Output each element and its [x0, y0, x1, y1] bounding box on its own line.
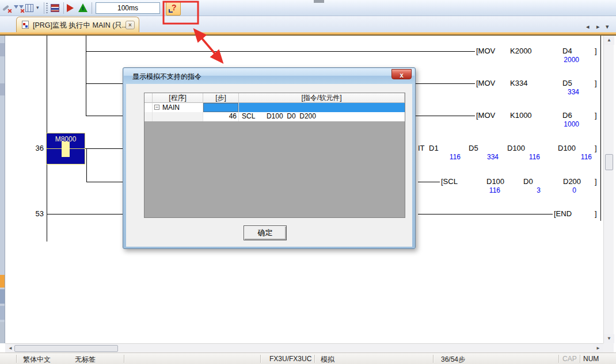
toolbar-overflow-icon[interactable]: ▾ — [36, 5, 39, 10]
ladder-branch-line — [86, 36, 86, 116]
dialog-close-button[interactable]: x — [391, 69, 412, 79]
instruction-opcode[interactable]: [MOV — [475, 47, 496, 55]
dock-segment[interactable] — [0, 322, 5, 343]
status-separator — [16, 355, 17, 363]
step-cell[interactable]: 46 — [203, 112, 239, 121]
tab-nav-left-icon[interactable]: ◂ — [586, 23, 590, 30]
toolbar-separator — [92, 2, 92, 14]
show-unsupported-instructions-button[interactable]: ? — [166, 2, 181, 16]
step-warning-icon[interactable] — [78, 3, 89, 13]
instruction-operand[interactable]: D5 — [467, 144, 480, 152]
instruction-operand[interactable]: K2000 — [509, 47, 533, 55]
selected-step-cell[interactable] — [203, 103, 239, 112]
monitor-value: 0 — [551, 186, 576, 194]
instruction-cell[interactable]: SCL D100 D0 D200 — [239, 112, 405, 121]
dialog-titlebar[interactable]: 显示模拟不支持的指令 — [124, 68, 415, 84]
monitor-value: 2000 — [554, 56, 579, 64]
instruction-bracket: ] — [594, 177, 598, 186]
instruction-opcode-partial[interactable]: IT — [417, 144, 426, 152]
tab-nav-right-icon[interactable]: ▸ — [596, 23, 600, 30]
header-instruction[interactable]: [指令/软元件] — [239, 93, 405, 103]
program-cell[interactable]: − MAIN — [153, 103, 203, 112]
status-separator — [260, 355, 261, 363]
list-header-row: [程序] [步] [指令/软元件] — [145, 93, 405, 103]
instruction-operand[interactable]: D4 — [561, 47, 573, 55]
status-caps-lock: CAP — [562, 355, 577, 363]
instruction-operand[interactable]: K334 — [509, 79, 528, 87]
ladder-wire — [418, 182, 441, 182]
instruction-bracket: ] — [594, 144, 598, 152]
vertical-scroll-thumb[interactable] — [605, 154, 613, 170]
status-label-state: 无标签 — [75, 355, 96, 364]
monitor-value: 116 — [566, 153, 592, 161]
dock-segment[interactable] — [0, 83, 5, 95]
selected-instruction-cell[interactable] — [239, 103, 405, 112]
status-separator — [558, 355, 559, 363]
instruction-operand[interactable]: D5 — [561, 79, 573, 87]
scroll-right-icon[interactable]: ► — [593, 344, 603, 353]
close-icon: x — [400, 71, 404, 79]
ladder-wire — [47, 214, 123, 214]
status-language: 繁体中文 — [23, 355, 51, 364]
header-program[interactable]: [程序] — [153, 93, 203, 103]
dock-segment[interactable] — [0, 306, 5, 320]
header-step[interactable]: [步] — [203, 93, 239, 103]
unsupported-instruction-list[interactable]: [程序] [步] [指令/软元件] − MAIN 46 — [144, 93, 405, 218]
simulation-start-stop-icon[interactable] — [51, 3, 61, 13]
tool-download-icon[interactable] — [14, 3, 24, 13]
instruction-operand[interactable]: K1000 — [509, 111, 533, 120]
tab-close-icon[interactable]: × — [126, 21, 135, 29]
document-tabstrip: [PRG]监视 执行中 MAIN (只... × ◂ ▸ ▾ — [0, 16, 616, 36]
statusbar: 繁体中文 无标签 FX3U/FX3UC 模拟 36/54步 CAP NUM — [0, 352, 616, 364]
instruction-bracket: ] — [594, 111, 598, 120]
tool-options-icon[interactable] — [1, 3, 12, 13]
status-separator — [314, 355, 315, 363]
collapse-icon[interactable]: − — [154, 105, 159, 110]
ladder-wire — [86, 51, 476, 52]
dialog-body: [程序] [步] [指令/软元件] − MAIN 46 — [126, 84, 412, 247]
tab-nav-menu-icon[interactable]: ▾ — [606, 23, 609, 30]
scan-time-field[interactable]: 100ms — [96, 2, 160, 14]
ok-button[interactable]: 确定 — [244, 225, 287, 240]
instruction-operand[interactable]: D1 — [428, 144, 440, 152]
instruction-operand[interactable]: D100 — [557, 144, 577, 152]
tool-ladder-grid-icon[interactable] — [25, 3, 36, 13]
program-name: MAIN — [162, 104, 180, 112]
instruction-opcode[interactable]: [END — [553, 209, 573, 218]
monitor-value: 116 — [475, 186, 500, 194]
list-row-program[interactable]: − MAIN — [145, 103, 405, 112]
rung-step-number: 36 — [26, 144, 44, 152]
instruction-opcode[interactable]: [SCL — [440, 177, 459, 186]
instruction-operand[interactable]: D6 — [561, 111, 573, 120]
horizontal-scrollbar[interactable]: ◄ ► — [5, 343, 603, 352]
run-play-icon[interactable] — [67, 3, 77, 13]
instruction-operand[interactable]: D200 — [562, 177, 582, 186]
scroll-down-icon[interactable]: ▼ — [604, 334, 614, 343]
status-separator — [580, 355, 580, 363]
toolbar-separator — [44, 2, 44, 14]
instruction-operand[interactable]: D0 — [522, 177, 534, 186]
instruction-operand[interactable]: D100 — [485, 177, 505, 186]
list-row-instruction[interactable]: 46 SCL D100 D0 D200 — [145, 112, 405, 121]
dock-segment-active[interactable] — [0, 275, 5, 288]
tab-prg-monitor-main[interactable]: [PRG]监视 执行中 MAIN (只... × — [16, 17, 139, 32]
program-monitor-icon — [22, 21, 29, 29]
instruction-bracket: ] — [594, 79, 598, 87]
scroll-up-icon[interactable]: ▲ — [604, 36, 614, 45]
contact-m8000[interactable]: M8000 — [46, 133, 85, 164]
toolbar: ▾ 100ms ? — [0, 0, 616, 16]
instruction-opcode[interactable]: [MOV — [475, 79, 496, 87]
instruction-operand[interactable]: D100 — [506, 144, 526, 152]
row-gutter-cell — [145, 112, 153, 121]
monitor-value: 116 — [435, 153, 461, 161]
vertical-scrollbar[interactable]: ▲ ▼ — [603, 36, 614, 343]
ladder-wire — [418, 214, 554, 214]
dock-segment[interactable] — [0, 43, 5, 56]
toolbar-separator — [63, 2, 64, 14]
status-steps: 36/54步 — [441, 355, 465, 364]
instruction-opcode[interactable]: [MOV — [475, 111, 496, 120]
toolbar-drag-handle[interactable] — [46, 3, 48, 13]
dock-segment[interactable] — [0, 289, 5, 304]
monitor-value: 3 — [515, 186, 541, 194]
horizontal-scroll-thumb[interactable] — [14, 345, 118, 352]
